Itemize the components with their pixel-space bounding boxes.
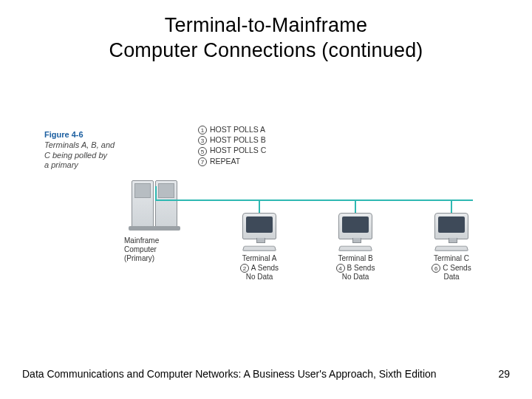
title-line-2: Computer Connections (continued): [109, 39, 423, 61]
keyboard-icon: [338, 246, 372, 251]
poll-step-5: 5HOST POLLS C: [198, 145, 266, 155]
step-number-icon: 4: [336, 264, 345, 273]
poll-step-7: 7REPEAT: [198, 156, 266, 166]
terminal-note: 6C Sends Data: [426, 264, 477, 282]
step-number-icon: 2: [240, 264, 249, 273]
mainframe-label: Mainframe Computer (Primary): [124, 236, 183, 263]
step-number-icon: 6: [432, 264, 440, 273]
step-number-icon: 5: [198, 147, 207, 156]
page-number: 29: [498, 368, 510, 380]
drop-line-b: [355, 200, 356, 214]
slide-title: Terminal-to-Mainframe Computer Connectio…: [0, 0, 532, 64]
diagram: 1HOST POLLS A 3HOST POLLS B 5HOST POLLS …: [111, 126, 488, 296]
poll-step-1: 1HOST POLLS A: [198, 124, 266, 134]
terminal-note: 2A Sends No Data: [233, 264, 285, 282]
keyboard-icon: [242, 246, 276, 251]
poll-sequence-list: 1HOST POLLS A 3HOST POLLS B 5HOST POLLS …: [198, 124, 266, 166]
drop-line-c: [451, 200, 452, 214]
poll-step-3: 3HOST POLLS B: [198, 134, 266, 145]
terminal-name: Terminal C: [426, 254, 477, 262]
footer-text: Data Communications and Computer Network…: [22, 368, 437, 380]
step-number-icon: 7: [198, 157, 207, 166]
bus-connector: [155, 186, 157, 201]
slide-footer: Data Communications and Computer Network…: [22, 368, 510, 380]
monitor-icon: [434, 213, 468, 239]
terminal-a: Terminal A 2A Sends No Data: [233, 213, 285, 282]
step-number-icon: 1: [198, 126, 207, 134]
terminal-name: Terminal A: [233, 254, 285, 262]
terminal-note: 4B Sends No Data: [330, 264, 381, 282]
mainframe-icon: [129, 177, 180, 231]
terminal-name: Terminal B: [330, 254, 381, 262]
keyboard-icon: [434, 246, 468, 251]
figure-4-6: Figure 4-6 Terminals A, B, and C being p…: [44, 133, 488, 296]
monitor-icon: [242, 213, 276, 239]
terminal-c: Terminal C 6C Sends Data: [426, 213, 477, 282]
step-number-icon: 3: [198, 136, 207, 145]
title-line-1: Terminal-to-Mainframe: [165, 14, 367, 36]
drop-line-a: [259, 200, 260, 214]
terminal-b: Terminal B 4B Sends No Data: [330, 213, 381, 282]
network-bus-line: [155, 200, 473, 201]
monitor-icon: [338, 213, 372, 239]
